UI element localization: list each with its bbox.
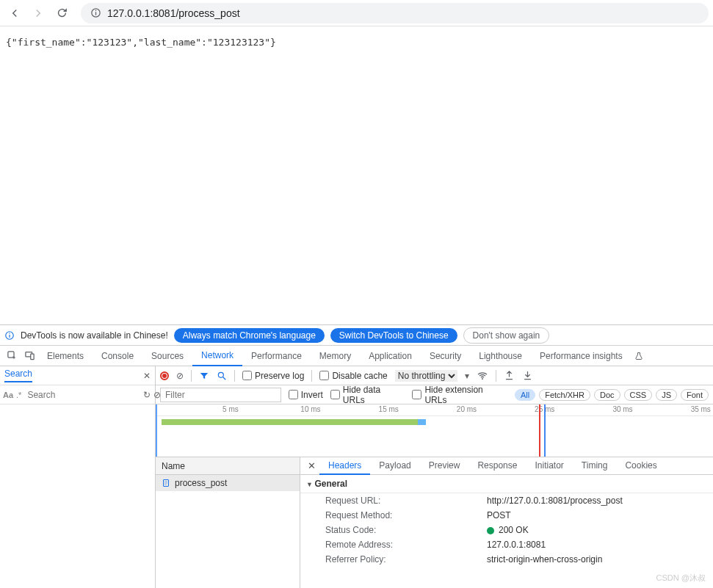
request-name: process_post [175,478,227,488]
forward-button[interactable] [28,3,48,23]
address-bar: 127.0.0.1:8081/process_post [0,0,713,26]
flask-icon [634,352,643,360]
wifi-icon[interactable] [477,370,488,382]
key: Request Method: [325,510,487,520]
timeline-tick: 20 ms [457,405,477,413]
detail-tab-timing[interactable]: Timing [573,457,617,475]
tab-elements[interactable]: Elements [38,346,93,366]
detail-tab-cookies[interactable]: Cookies [616,457,665,475]
tab-performance-insights[interactable]: Performance insights [531,346,631,366]
svg-point-11 [482,378,483,380]
search-input[interactable] [24,388,140,402]
detail-tab-headers[interactable]: Headers [319,457,370,475]
preserve-log-checkbox[interactable]: Preserve log [242,371,304,381]
close-detail-icon[interactable]: ✕ [303,460,319,471]
request-list: Name process_post [156,457,300,588]
reload-button[interactable] [51,3,72,23]
key: Remote Address: [325,540,487,550]
hide-data-checkbox[interactable]: Hide data URLs [330,385,405,405]
response-text: {"first_name":"123123","last_name":"1231… [6,37,276,48]
upload-icon[interactable] [504,370,515,381]
filter-type-doc[interactable]: Doc [594,389,620,401]
svg-rect-5 [9,333,10,333]
key: Request URL: [325,496,487,506]
timeline-tick: 5 ms [222,405,239,413]
network-toolbar: ⊘ Preserve log Disable cache No throttli… [156,366,713,385]
tab-memory[interactable]: Memory [311,346,360,366]
url-text: 127.0.0.1:8081/process_post [107,7,240,19]
filter-type-js[interactable]: JS [656,389,677,401]
record-button[interactable] [160,371,169,380]
devtools-main-tabs: ElementsConsoleSourcesNetworkPerformance… [0,346,713,366]
detail-tab-response[interactable]: Response [468,457,526,475]
filter-type-font[interactable]: Font [681,389,709,401]
document-icon [162,479,170,487]
general-row: Remote Address:127.0.0.1:8081 [300,537,713,552]
svg-rect-8 [30,354,33,360]
general-section[interactable]: General [300,475,713,493]
detail-tabs: ✕ HeadersPayloadPreviewResponseInitiator… [300,457,713,475]
search-sidebar: Search ✕ Aa .* ↻ ⊘ [0,366,156,588]
timeline-tick: 35 ms [691,405,711,413]
invert-checkbox[interactable]: Invert [289,390,323,400]
request-item[interactable]: process_post [156,475,300,491]
tab-sources[interactable]: Sources [142,346,192,366]
filter-type-all[interactable]: All [515,389,535,401]
general-row: Request URL:http://127.0.0.1:8081/proces… [300,493,713,508]
key: Referrer Policy: [325,554,487,565]
request-list-header[interactable]: Name [156,457,300,475]
close-icon[interactable]: ✕ [143,371,151,381]
inspect-icon[interactable] [3,346,21,366]
hide-ext-checkbox[interactable]: Hide extension URLs [412,385,507,405]
filter-type-fetch-xhr[interactable]: Fetch/XHR [539,389,590,401]
search-tab-label[interactable]: Search [4,369,32,382]
timeline-overview[interactable]: 5 ms10 ms15 ms20 ms25 ms30 ms35 ms [156,404,713,457]
value: POST [487,510,511,520]
watermark: CSDN @沐叔 [656,573,706,584]
detail-tab-initiator[interactable]: Initiator [526,457,572,475]
url-box[interactable]: 127.0.0.1:8081/process_post [81,3,709,23]
tab-application[interactable]: Application [360,346,421,366]
infobar-message: DevTools is now available in Chinese! [21,330,168,341]
detail-tab-preview[interactable]: Preview [420,457,469,475]
tab-performance[interactable]: Performance [242,346,311,366]
general-row: Request Method:POST [300,508,713,523]
detail-tab-payload[interactable]: Payload [370,457,419,475]
timeline-tick: 15 ms [379,405,399,413]
value: strict-origin-when-cross-origin [487,554,602,565]
back-button[interactable] [4,3,25,23]
clear-button[interactable]: ⊘ [176,371,184,381]
page-body: {"first_name":"123123","last_name":"1231… [0,26,713,58]
tab-network[interactable]: Network [192,346,242,366]
svg-rect-4 [9,334,10,337]
filter-input[interactable] [160,388,281,402]
match-language-button[interactable]: Always match Chrome's language [174,328,325,343]
svg-line-10 [223,377,226,380]
key: Status Code: [325,525,487,535]
filter-type-css[interactable]: CSS [624,389,653,401]
tab-security[interactable]: Security [421,346,470,366]
network-panel: ⊘ Preserve log Disable cache No throttli… [156,366,713,588]
disable-cache-checkbox[interactable]: Disable cache [319,371,387,381]
info-icon [4,330,15,341]
device-icon[interactable] [21,346,38,366]
refresh-icon[interactable]: ↻ [143,390,151,400]
search-icon[interactable] [217,371,227,381]
general-row: Status Code:200 OK [300,523,713,537]
switch-chinese-button[interactable]: Switch DevTools to Chinese [330,328,457,343]
svg-rect-1 [95,12,95,15]
devtools-panel: DevTools is now available in Chinese! Al… [0,324,713,588]
svg-point-9 [218,372,223,377]
throttling-select[interactable]: No throttling [395,370,457,382]
value: 127.0.0.1:8081 [487,540,546,550]
regex-icon[interactable]: .* [16,391,21,399]
match-case-icon[interactable]: Aa [3,391,13,399]
site-info-icon[interactable] [90,7,101,19]
download-icon[interactable] [522,370,533,381]
filter-icon[interactable] [199,371,209,381]
dont-show-button[interactable]: Don't show again [463,327,550,344]
chevron-down-icon[interactable]: ▾ [465,371,469,381]
tab-console[interactable]: Console [93,346,142,366]
tab-lighthouse[interactable]: Lighthouse [470,346,531,366]
status-dot-icon [487,527,494,534]
